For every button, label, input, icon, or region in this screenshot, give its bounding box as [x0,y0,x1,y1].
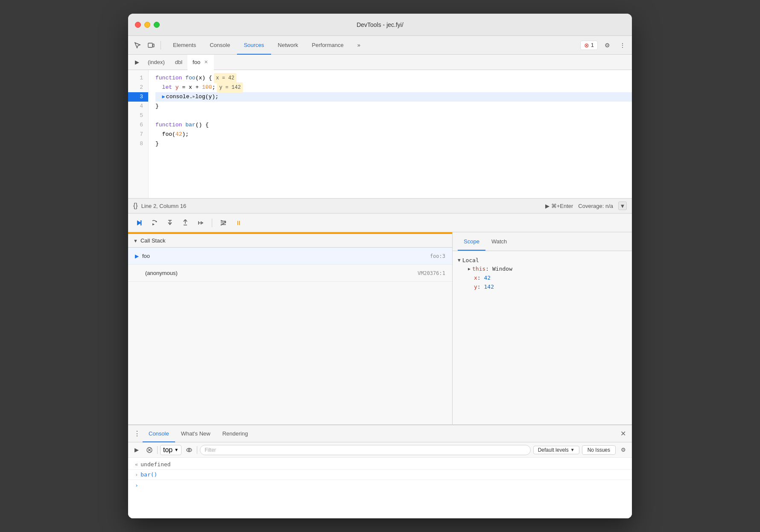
code-parens-6: () { [196,120,209,130]
call-stack-item-anonymous[interactable]: (anonymous) VM20376:1 [128,265,452,282]
line-num-5: 5 [128,111,148,120]
source-tab-foo-close[interactable]: ✕ [203,59,209,65]
no-issues-button[interactable]: No Issues [582,445,616,455]
inspect-element-button[interactable] [132,39,143,51]
scope-key-this: this [472,266,485,272]
right-panel: Scope Watch ▼ Local ▶ this : [453,232,632,424]
prompt-arrow: › [135,482,138,488]
console-tab-whats-new[interactable]: What's New [175,425,216,442]
line-num-6: 6 [128,120,148,130]
close-button[interactable] [135,22,141,28]
console-execute-button[interactable]: ▶ [132,445,142,455]
tab-watch[interactable]: Watch [485,232,513,251]
scope-val-y: 142 [484,284,494,290]
call-stack-item-foo-name: foo [142,253,150,259]
show-navigator-button[interactable]: ▶ [132,57,143,68]
scope-colon-x: : [477,275,484,281]
source-tabs-bar: ▶ (index) dbl foo ✕ [128,55,632,70]
deactivate-breakpoints-button[interactable] [217,217,229,229]
error-badge[interactable]: ⊗ 1 [580,41,598,50]
code-line-8: } [155,139,632,149]
active-frame-icon: ▶ [135,253,139,259]
device-toolbar-button[interactable] [145,39,157,51]
maximize-button[interactable] [154,22,160,28]
default-levels-label: Default levels [538,447,569,453]
main-tab-nav: Elements Console Sources Network Perform… [166,36,367,55]
pause-on-exceptions-button[interactable]: ⏸ [233,217,245,229]
fn-name-bar: bar [185,120,195,130]
scope-val-this: Window [492,266,512,272]
call-stack-collapse-arrow: ▼ [133,238,138,243]
inline-val-x: x = 42 [214,73,237,83]
code-content[interactable]: function foo(x) { x = 42 let y = x + 100… [149,70,632,198]
console-more-button[interactable]: ⋮ [132,428,143,439]
source-tab-foo[interactable]: foo ✕ [187,55,214,70]
default-levels-button[interactable]: Default levels ▼ [533,446,579,454]
call-stack-header[interactable]: ▼ Call Stack [128,234,452,248]
no-issues-label: No Issues [588,447,610,453]
svg-point-4 [156,221,157,222]
resume-button[interactable] [133,217,145,229]
run-snippet-button[interactable]: ▶ ⌘+Enter [545,203,573,209]
scope-val-x: 42 [484,275,491,281]
num-100: 100 [202,83,212,92]
scope-item-this[interactable]: ▶ this : Window [458,264,627,273]
tab-console[interactable]: Console [203,36,237,55]
code-line-1: function foo(x) { x = 42 [155,73,632,83]
tab-more[interactable]: » [351,36,367,55]
svg-rect-3 [140,220,142,225]
source-tab-dbl[interactable]: dbl [170,55,187,70]
top-context-arrow: ▼ [174,447,178,452]
minimize-button[interactable] [144,22,150,28]
tab-scope[interactable]: Scope [458,232,485,251]
console-tab-console[interactable]: Console [143,425,175,442]
code-brace-close-2: } [155,139,159,149]
code-indent-7 [155,130,162,139]
tab-performance[interactable]: Performance [305,36,350,55]
breakpoint-arrow-1: ▶ [162,92,165,102]
line-num-1: 1 [128,73,148,83]
error-icon: ⊗ [584,42,589,49]
error-count: 1 [591,42,594,48]
log-item-bar[interactable]: › bar() [128,470,632,480]
console-clear-button[interactable] [144,445,155,455]
scope-tabs: Scope Watch [453,232,632,251]
code-brace-close-1: } [155,102,159,111]
settings-button[interactable]: ⚙ [601,39,613,51]
line-num-7: 7 [128,130,148,139]
more-options-button[interactable]: ⋮ [617,39,628,51]
log-expand-arrow[interactable]: › [135,472,138,478]
call-stack-item-foo[interactable]: ▶ foo foo:3 [128,248,452,265]
console-prompt[interactable]: › [128,480,632,490]
scope-item-x[interactable]: x : 42 [458,273,627,282]
step-over-long-button[interactable] [149,217,161,229]
tab-elements[interactable]: Elements [166,36,203,55]
code-line-5 [155,111,632,120]
scope-item-y[interactable]: y : 142 [458,282,627,291]
fn-name-foo: foo [185,73,195,83]
source-tab-index-label: (index) [148,59,165,65]
main-panels: ▼ Call Stack ▶ foo foo:3 (anonymous) VM2… [128,232,632,424]
log-return-arrow: « [135,462,138,468]
tab-network[interactable]: Network [271,36,305,55]
step-out-button[interactable] [179,217,191,229]
pretty-print-button[interactable]: {} [133,202,138,210]
console-close-button[interactable]: ✕ [617,428,628,439]
code-assign-2: = x + [179,83,202,92]
console-eye-button[interactable] [184,445,194,455]
devtools-window: DevTools - jec.fyi/ Elements Console Sou… [128,14,632,518]
titlebar: DevTools - jec.fyi/ [128,14,632,36]
coverage-label: Coverage: n/a [578,203,613,209]
coverage-button[interactable]: ▼ [618,202,627,210]
step-button[interactable] [195,217,207,229]
scope-group-local-header[interactable]: ▼ Local [458,256,627,264]
top-context-selector[interactable]: top ▼ [160,445,181,455]
step-into-button[interactable] [164,217,176,229]
devtools-panel: Elements Console Sources Network Perform… [128,36,632,518]
source-tab-index[interactable]: (index) [143,55,170,70]
console-filter-input[interactable] [200,445,531,455]
console-tab-rendering[interactable]: Rendering [216,425,254,442]
log-bar-text[interactable]: bar() [140,471,157,478]
console-settings-button[interactable]: ⚙ [618,445,628,455]
tab-sources[interactable]: Sources [237,36,271,55]
